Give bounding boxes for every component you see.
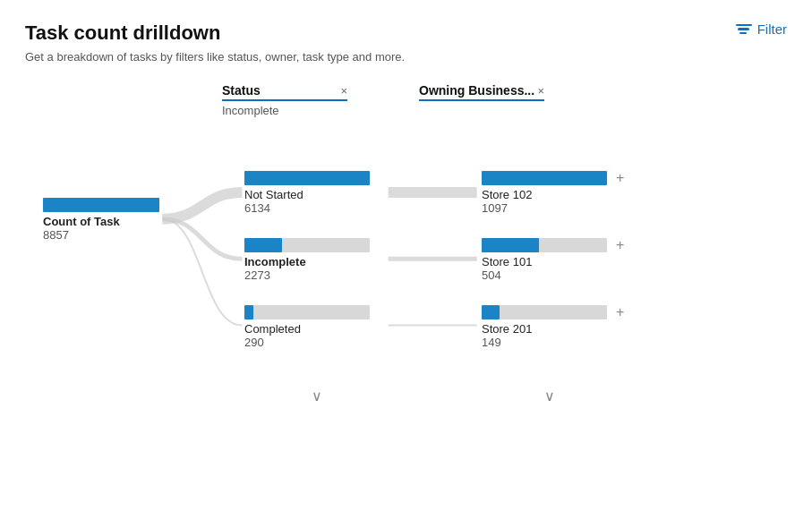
store-201-value: 149	[482, 336, 624, 349]
store-101-expand[interactable]: +	[616, 238, 624, 252]
store-101-label: Store 101	[482, 255, 624, 268]
root-value: 8857	[43, 228, 159, 242]
header-row: Task count drilldown Filter	[25, 21, 787, 45]
store-101-value: 504	[482, 268, 624, 282]
store-201-label: Store 201	[482, 322, 624, 336]
node-not-started[interactable]: Not Started 6134	[244, 171, 370, 215]
store-102-value: 1097	[482, 201, 624, 215]
store-201-expand[interactable]: +	[616, 305, 624, 319]
incomplete-value: 2273	[244, 268, 370, 282]
status-filter-value: Incomplete	[222, 104, 347, 117]
node-incomplete[interactable]: Incomplete 2273	[244, 238, 370, 282]
owning-business-filter-close[interactable]: ×	[537, 84, 544, 98]
root-label: Count of Task	[43, 215, 159, 228]
owning-business-filter[interactable]: Owning Business... ×	[419, 83, 544, 117]
owning-business-filter-label: Owning Business...	[419, 83, 534, 98]
middle-chevron[interactable]: ∨	[312, 387, 322, 405]
store-102-label: Store 102	[482, 188, 624, 201]
node-store-102[interactable]: + Store 102 1097	[482, 171, 624, 215]
incomplete-label: Incomplete	[244, 255, 370, 268]
sankey-connectors	[25, 133, 787, 429]
status-filter-close[interactable]: ×	[340, 84, 347, 98]
filter-icon	[736, 24, 752, 35]
completed-label: Completed	[244, 322, 370, 336]
page-title: Task count drilldown	[25, 21, 220, 45]
page: Task count drilldown Filter Get a breakd…	[0, 0, 812, 528]
completed-value: 290	[244, 336, 370, 349]
not-started-value: 6134	[244, 201, 370, 215]
not-started-label: Not Started	[244, 188, 370, 201]
store-102-expand[interactable]: +	[616, 171, 624, 185]
right-chevron[interactable]: ∨	[544, 387, 555, 405]
filter-row: Status × Incomplete Owning Business... ×	[222, 83, 787, 117]
status-filter[interactable]: Status × Incomplete	[222, 83, 347, 117]
node-store-101[interactable]: + Store 101 504	[482, 238, 624, 282]
node-store-201[interactable]: + Store 201 149	[482, 305, 624, 349]
filter-button[interactable]: Filter	[736, 21, 787, 37]
filter-label: Filter	[757, 21, 787, 37]
node-completed[interactable]: Completed 290	[244, 305, 370, 349]
node-root[interactable]: Count of Task 8857	[43, 198, 159, 242]
sankey-area: Count of Task 8857 Not Started 6134	[25, 133, 787, 429]
page-subtitle: Get a breakdown of tasks by filters like…	[25, 50, 787, 64]
status-filter-label: Status	[222, 83, 261, 98]
